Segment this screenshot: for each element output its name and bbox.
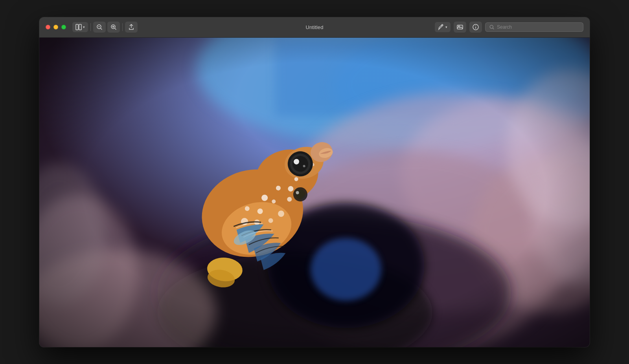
svg-rect-1 bbox=[79, 24, 81, 30]
content-area bbox=[39, 38, 590, 347]
pen-chevron-icon: ▾ bbox=[445, 25, 447, 29]
toolbar-right: ▾ bbox=[435, 22, 583, 33]
share-button[interactable] bbox=[125, 22, 138, 33]
svg-point-13 bbox=[475, 26, 476, 26]
image-display bbox=[39, 38, 590, 347]
zoom-out-icon bbox=[96, 24, 103, 30]
chevron-down-icon: ▾ bbox=[83, 25, 85, 29]
svg-point-14 bbox=[490, 25, 493, 28]
titlebar: ▾ bbox=[39, 17, 590, 38]
info-icon bbox=[473, 24, 479, 30]
view-toggle-button[interactable]: ▾ bbox=[72, 22, 88, 32]
toolbar-left: ▾ bbox=[72, 22, 138, 33]
image-icon bbox=[457, 24, 463, 30]
minimize-button[interactable] bbox=[53, 25, 58, 29]
svg-line-15 bbox=[493, 28, 494, 29]
image-tool-button[interactable] bbox=[454, 22, 466, 33]
zoom-in-button[interactable] bbox=[107, 22, 120, 33]
toolbar-separator bbox=[90, 23, 91, 31]
zoom-in-icon bbox=[110, 24, 117, 30]
view-toggle-icon bbox=[75, 24, 82, 30]
pen-icon bbox=[438, 24, 444, 30]
svg-rect-0 bbox=[76, 24, 78, 30]
traffic-lights bbox=[46, 25, 66, 29]
zoom-out-button[interactable] bbox=[93, 22, 106, 33]
search-bar[interactable] bbox=[485, 22, 583, 32]
toolbar-separator-2 bbox=[122, 23, 123, 31]
app-window: ▾ bbox=[39, 17, 590, 347]
window-title: Untitled bbox=[305, 24, 323, 30]
svg-rect-64 bbox=[39, 38, 590, 347]
maximize-button[interactable] bbox=[61, 25, 66, 29]
search-input[interactable] bbox=[497, 24, 579, 30]
pen-tool-button[interactable]: ▾ bbox=[435, 22, 451, 32]
close-button[interactable] bbox=[46, 25, 50, 29]
svg-line-8 bbox=[115, 28, 116, 30]
fish-scene-svg bbox=[39, 38, 590, 347]
svg-line-4 bbox=[101, 28, 102, 30]
share-icon bbox=[128, 24, 134, 30]
search-icon bbox=[489, 25, 495, 30]
info-button[interactable] bbox=[469, 22, 482, 33]
